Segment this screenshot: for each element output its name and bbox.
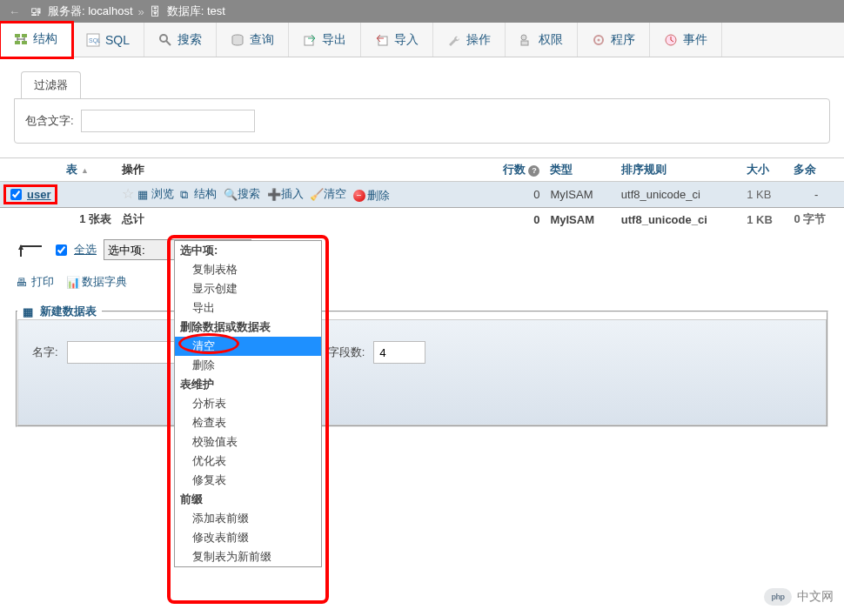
breadcrumb-db[interactable]: 数据库: test [167, 3, 225, 19]
filter-label: 包含文字: [25, 113, 74, 129]
action-structure[interactable]: ⧉结构 [180, 186, 217, 202]
col-overhead[interactable]: 多余 [788, 158, 844, 182]
tab-events[interactable]: 事件 [650, 23, 722, 57]
tab-label: 查询 [250, 32, 274, 48]
total-sum: 总计 [117, 208, 483, 231]
svg-rect-0 [15, 34, 20, 37]
col-rows[interactable]: 行数 ? [483, 158, 545, 182]
tab-sql[interactable]: SQL SQL [72, 23, 144, 57]
structure-icon [14, 32, 28, 46]
tab-import[interactable]: 导入 [361, 23, 433, 57]
total-size: 1 KB [741, 208, 788, 231]
insert-icon: ➕ [267, 188, 279, 200]
privileges-icon [519, 33, 533, 47]
total-overhead: 0 字节 [788, 208, 844, 231]
col-table[interactable]: 表 ▲ [61, 158, 117, 182]
bulk-dropdown-panel: 选中项: 复制表格 显示创建 导出 删除数据或数据表 清空 删除 表维护 分析表… [174, 240, 322, 436]
svg-point-13 [521, 35, 526, 40]
dropdown-opt-checksum[interactable]: 校验值表 [175, 432, 321, 436]
create-table-fieldset: ▦ 新建数据表 名字: 字段数: [16, 304, 828, 427]
filter-input[interactable] [81, 110, 255, 132]
row-count: 0 [483, 182, 545, 208]
search-icon [158, 33, 172, 47]
total-count: 1 张表 [61, 208, 117, 231]
tab-label: 操作 [466, 32, 491, 48]
tab-structure[interactable]: 结构 [0, 23, 72, 57]
bulk-action-row: 全选 选中项: [0, 231, 844, 269]
favorite-icon[interactable]: ☆ [122, 186, 134, 201]
arrow-up-icon [16, 241, 49, 258]
browse-icon: ▦ [137, 188, 150, 200]
events-icon [664, 33, 678, 47]
back-arrow-icon[interactable]: ← [9, 5, 25, 18]
query-icon [231, 33, 244, 47]
row-collation: utf8_unicode_ci [616, 182, 741, 208]
tables-list: 表 ▲ 操作 行数 ? 类型 排序规则 大小 多余 user ☆ ▦浏览 ⧉结构… [0, 157, 844, 231]
empty-icon: 🧹 [310, 188, 322, 200]
breadcrumb-server[interactable]: 服务器: localhost [48, 3, 133, 19]
tab-label: 结构 [33, 31, 57, 47]
dropdown-opt-check[interactable]: 检查表 [175, 413, 321, 432]
dropdown-opt-drop[interactable]: 删除 [175, 356, 321, 375]
sql-icon: SQL [86, 33, 100, 47]
svg-text:SQL: SQL [89, 37, 100, 44]
dropdown-opt-analyze[interactable]: 分析表 [175, 394, 321, 413]
dropdown-opt-export[interactable]: 导出 [175, 298, 321, 318]
col-collation[interactable]: 排序规则 [616, 158, 741, 182]
new-table-icon: ▦ [23, 305, 35, 318]
row-overhead: - [788, 182, 844, 208]
cols-label: 字段数: [328, 345, 365, 360]
sort-asc-icon: ▲ [81, 166, 89, 175]
export-icon [303, 33, 317, 47]
row-size: 1 KB [741, 182, 788, 208]
search-icon: 🔍 [224, 188, 236, 200]
tab-label: 导出 [322, 32, 346, 48]
tab-label: 导入 [394, 32, 419, 48]
table-cols-input[interactable] [373, 341, 425, 364]
data-dict-icon: 📊 [66, 276, 78, 288]
tab-bar: 结构 SQL SQL 搜索 查询 导出 导入 操作 权限 程序 事件 [0, 23, 844, 57]
svg-line-7 [166, 41, 171, 45]
dropdown-group: 表维护 [175, 375, 321, 394]
action-search[interactable]: 🔍搜索 [224, 186, 260, 202]
select-all-link[interactable]: 全选 [74, 242, 97, 258]
action-insert[interactable]: ➕插入 [267, 186, 304, 202]
dropdown-opt-copy[interactable]: 复制表格 [175, 260, 321, 279]
row-checkbox[interactable] [10, 189, 22, 200]
drop-icon: − [353, 190, 365, 202]
action-browse[interactable]: ▦浏览 [137, 186, 174, 202]
name-label: 名字: [32, 345, 58, 360]
tab-operations[interactable]: 操作 [433, 23, 506, 57]
col-size[interactable]: 大小 [741, 158, 788, 182]
tab-label: 事件 [683, 32, 707, 48]
server-icon: 🖳 [30, 5, 43, 17]
routines-icon [592, 33, 606, 47]
table-name-link[interactable]: user [27, 188, 50, 201]
print-link[interactable]: 🖶打印 [16, 274, 54, 290]
tab-routines[interactable]: 程序 [578, 23, 650, 57]
table-row: user ☆ ▦浏览 ⧉结构 🔍搜索 ➕插入 🧹清空 −删除 0 MyISAM … [0, 182, 844, 208]
action-drop[interactable]: −删除 [353, 188, 390, 204]
database-icon: 🗄 [150, 5, 162, 17]
dropdown-opt-showcreate[interactable]: 显示创建 [175, 279, 321, 298]
tab-label: 权限 [539, 32, 563, 48]
action-empty[interactable]: 🧹清空 [310, 186, 346, 202]
tab-export[interactable]: 导出 [289, 23, 361, 57]
print-icon: 🖶 [16, 276, 28, 288]
structure-icon: ⧉ [180, 188, 192, 200]
tab-search[interactable]: 搜索 [144, 23, 217, 57]
data-dict-link[interactable]: 📊数据字典 [66, 274, 127, 290]
help-icon[interactable]: ? [528, 165, 539, 177]
print-row: 🖶打印 📊数据字典 [0, 269, 844, 295]
dropdown-group: 删除数据或数据表 [175, 318, 321, 337]
filter-title: 过滤器 [21, 71, 81, 98]
dropdown-opt-empty[interactable]: 清空 [175, 337, 321, 356]
col-type[interactable]: 类型 [545, 158, 615, 182]
svg-rect-1 [22, 34, 27, 37]
svg-rect-14 [521, 41, 528, 45]
select-all-checkbox[interactable] [56, 244, 67, 256]
tab-privileges[interactable]: 权限 [506, 23, 578, 57]
tab-query[interactable]: 查询 [217, 23, 289, 57]
table-total-row: 1 张表 总计 0 MyISAM utf8_unicode_ci 1 KB 0 … [0, 208, 844, 231]
breadcrumb-sep: » [138, 5, 144, 18]
